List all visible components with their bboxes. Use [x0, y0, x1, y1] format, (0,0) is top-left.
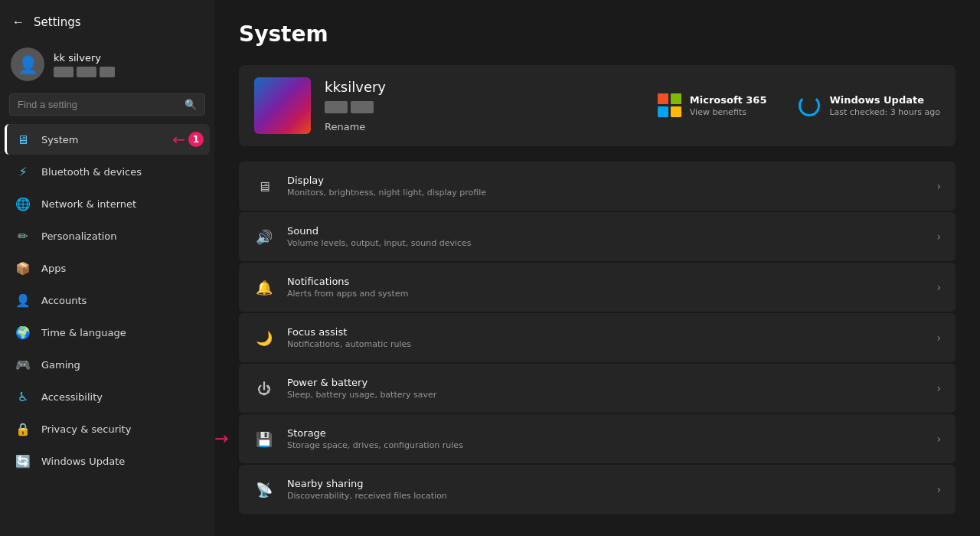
system-icon: 🖥	[15, 132, 31, 147]
sidebar-item-gaming[interactable]: 🎮 Gaming	[5, 349, 210, 380]
badge-1	[54, 67, 74, 77]
m365-green	[671, 93, 681, 104]
nearby-icon: 📡	[253, 479, 275, 500]
sidebar-item-accessibility[interactable]: ♿ Accessibility	[5, 381, 210, 412]
sidebar-item-privacy[interactable]: 🔒 Privacy & security	[5, 413, 210, 444]
setting-nearby[interactable]: 📡 Nearby sharing Discoverability, receiv…	[239, 465, 956, 514]
winupdate-subtitle: Last checked: 3 hours ago	[829, 107, 940, 117]
page-title: System	[239, 21, 956, 47]
sidebar-item-label-winupdate: Windows Update	[41, 456, 125, 467]
sidebar-item-time[interactable]: 🌍 Time & language	[5, 317, 210, 348]
sidebar-item-winupdate[interactable]: 🔄 Windows Update	[5, 446, 210, 476]
network-icon: 🌐	[15, 196, 31, 211]
profile-banner: kksilvery Rename Microsoft 365 View bene…	[239, 65, 956, 146]
setting-storage[interactable]: 💾 Storage Storage space, drives, configu…	[239, 414, 956, 463]
sidebar-item-system[interactable]: 🖥 System ← 1	[5, 124, 210, 155]
m365-subtitle: View benefits	[690, 107, 767, 117]
focus-icon: 🌙	[253, 327, 275, 348]
display-text: Display Monitors, brightness, night ligh…	[287, 175, 924, 198]
sidebar-item-personalization[interactable]: ✏️ Personalization	[5, 221, 210, 251]
sound-chevron: ›	[936, 230, 941, 243]
sound-text: Sound Volume levels, output, input, soun…	[287, 225, 924, 248]
user-icon: 👤	[18, 55, 38, 74]
m365-title: Microsoft 365	[690, 94, 767, 106]
time-icon: 🌍	[15, 325, 31, 340]
sidebar-item-label-accounts: Accounts	[41, 295, 87, 306]
m365-red	[658, 93, 668, 104]
search-input[interactable]	[18, 99, 178, 110]
setting-notifications[interactable]: 🔔 Notifications Alerts from apps and sys…	[239, 263, 956, 312]
personalization-icon: ✏️	[15, 228, 31, 243]
gaming-icon: 🎮	[15, 357, 31, 372]
power-title: Power & battery	[287, 377, 924, 388]
display-title: Display	[287, 175, 924, 186]
rename-button[interactable]: Rename	[325, 121, 386, 132]
sidebar: ← Settings 👤 kk silvery 🔍 🖥 System ← 1	[0, 0, 214, 536]
app-title: Settings	[34, 15, 81, 29]
sidebar-item-label-bluetooth: Bluetooth & devices	[41, 166, 142, 178]
nearby-chevron: ›	[936, 483, 941, 495]
banner-widgets: Microsoft 365 View benefits Windows Upda…	[658, 93, 940, 118]
nearby-title: Nearby sharing	[287, 478, 924, 489]
power-text: Power & battery Sleep, battery usage, ba…	[287, 377, 924, 400]
annotation-arrow-2: ←	[214, 430, 228, 447]
storage-icon: 💾	[253, 428, 275, 449]
nearby-text: Nearby sharing Discoverability, received…	[287, 478, 924, 501]
sidebar-item-label-privacy: Privacy & security	[41, 423, 131, 435]
profile-badge-2	[351, 101, 374, 113]
power-desc: Sleep, battery usage, battery saver	[287, 390, 924, 400]
profile-thumbnail	[254, 77, 311, 134]
sidebar-item-apps[interactable]: 📦 Apps	[5, 253, 210, 283]
sidebar-item-label-time: Time & language	[41, 327, 126, 338]
power-chevron: ›	[936, 382, 941, 394]
notifications-icon: 🔔	[253, 276, 275, 298]
profile-wallpaper	[254, 77, 311, 134]
setting-focus[interactable]: 🌙 Focus assist Notifications, automatic …	[239, 313, 956, 362]
annotation-2-container: 2 ←	[214, 430, 228, 447]
profile-username: kksilvery	[325, 79, 386, 95]
storage-desc: Storage space, drives, configuration rul…	[287, 440, 924, 450]
sidebar-item-label-personalization: Personalization	[41, 230, 117, 242]
sidebar-header: ← Settings	[0, 0, 214, 40]
focus-desc: Notifications, automatic rules	[287, 339, 924, 349]
avatar: 👤	[11, 47, 44, 81]
bluetooth-icon: ⚡	[15, 164, 31, 179]
notifications-desc: Alerts from apps and system	[287, 289, 924, 299]
display-desc: Monitors, brightness, night light, displ…	[287, 188, 924, 198]
annotation-badge-1: 1	[188, 132, 204, 147]
m365-blue	[658, 106, 668, 117]
setting-display[interactable]: 🖥 Display Monitors, brightness, night li…	[239, 162, 956, 211]
winupdate-text: Windows Update Last checked: 3 hours ago	[829, 94, 940, 117]
sound-desc: Volume levels, output, input, sound devi…	[287, 238, 924, 248]
sound-title: Sound	[287, 225, 924, 237]
winupdate-circle	[799, 95, 820, 116]
sidebar-item-label-network: Network & internet	[41, 198, 136, 210]
setting-power[interactable]: ⏻ Power & battery Sleep, battery usage, …	[239, 364, 956, 413]
search-box[interactable]: 🔍	[9, 93, 205, 116]
display-chevron: ›	[936, 180, 941, 192]
winupdate-icon	[797, 93, 822, 118]
back-button[interactable]: ←	[9, 12, 28, 32]
user-name: kk silvery	[54, 52, 115, 64]
profile-name-section: kksilvery Rename	[325, 79, 386, 132]
m365-icon	[658, 93, 682, 118]
settings-list: 🖥 Display Monitors, brightness, night li…	[239, 162, 956, 514]
display-icon: 🖥	[253, 175, 275, 197]
search-icon[interactable]: 🔍	[185, 99, 197, 110]
profile-badge-1	[325, 101, 348, 113]
setting-sound[interactable]: 🔊 Sound Volume levels, output, input, so…	[239, 212, 956, 261]
sidebar-item-label-accessibility: Accessibility	[41, 391, 103, 403]
accounts-icon: 👤	[15, 293, 31, 308]
m365-widget[interactable]: Microsoft 365 View benefits	[658, 93, 767, 118]
sidebar-item-bluetooth[interactable]: ⚡ Bluetooth & devices	[5, 156, 210, 187]
winupdate-title: Windows Update	[829, 94, 940, 106]
power-icon: ⏻	[253, 377, 275, 399]
winupdate-sidebar-icon: 🔄	[15, 453, 31, 469]
badge-3	[100, 67, 115, 77]
accessibility-icon: ♿	[15, 389, 31, 404]
sidebar-item-network[interactable]: 🌐 Network & internet	[5, 188, 210, 219]
winupdate-widget[interactable]: Windows Update Last checked: 3 hours ago	[797, 93, 940, 118]
user-info: kk silvery	[54, 52, 115, 77]
badge-2	[77, 67, 96, 77]
sidebar-item-accounts[interactable]: 👤 Accounts	[5, 285, 210, 315]
